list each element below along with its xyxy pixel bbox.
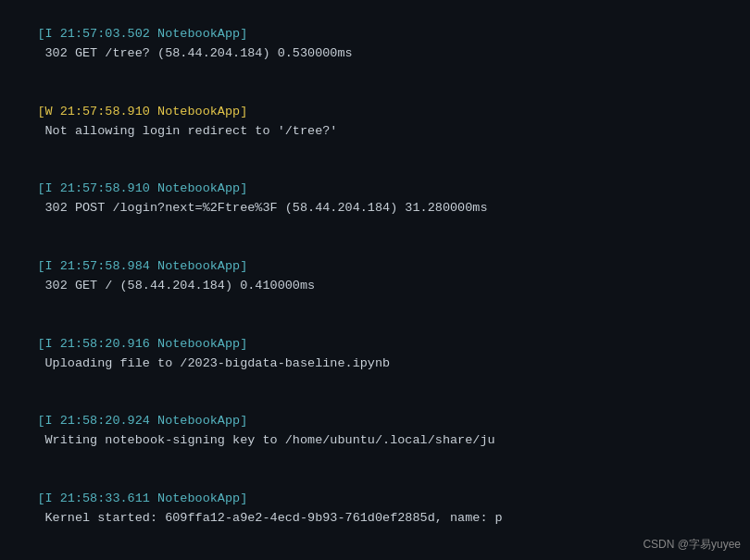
log-prefix: [W 21:57:58.910 NotebookApp]	[37, 105, 247, 118]
log-prefix: [I 21:57:58.984 NotebookApp]	[37, 259, 247, 273]
log-msg: Not allowing login redirect to '/tree?'	[37, 124, 337, 138]
log-line: [W 21:57:58.910 NotebookApp] Not allowin…	[7, 83, 743, 161]
log-prefix: [I 21:58:33.611 NotebookApp]	[37, 492, 247, 505]
terminal-window: [I 21:57:03.502 NotebookApp] 302 GET /tr…	[0, 0, 750, 560]
log-msg: Kernel started: 609ffa12-a9e2-4ecd-9b93-…	[37, 511, 502, 525]
log-line: [I 21:58:33.611 NotebookApp] Kernel star…	[7, 470, 743, 548]
log-line: [I 21:58:20.916 NotebookApp] Uploading f…	[7, 316, 743, 393]
watermark: CSDN @字易yuyee	[643, 537, 741, 553]
log-msg: 302 POST /login?next=%2Ftree%3F (58.44.2…	[37, 201, 487, 215]
log-prefix: [I 21:58:20.924 NotebookApp]	[37, 414, 247, 428]
log-line: [I 21:58:20.924 NotebookApp] Writing not…	[7, 392, 743, 470]
log-msg: 302 GET /tree? (58.44.204.184) 0.530000m…	[37, 46, 352, 60]
log-prefix: [I 21:57:58.910 NotebookApp]	[37, 181, 247, 195]
log-msg: Uploading file to /2023-bigdata-baseline…	[37, 356, 390, 370]
log-line: [I 21:57:03.502 NotebookApp] 302 GET /tr…	[7, 6, 743, 83]
log-msg: 302 GET / (58.44.204.184) 0.410000ms	[37, 279, 315, 292]
log-msg: Writing notebook-signing key to /home/ub…	[37, 433, 494, 447]
log-line: [W 21:58:33.887 NotebookApp] 404 GET /nb…	[7, 548, 743, 560]
log-line: [I 21:57:58.984 NotebookApp] 302 GET / (…	[7, 238, 743, 316]
log-prefix: [I 21:58:20.916 NotebookApp]	[37, 337, 247, 351]
log-prefix: [I 21:57:03.502 NotebookApp]	[37, 27, 247, 41]
log-line: [I 21:57:58.910 NotebookApp] 302 POST /l…	[7, 160, 743, 238]
